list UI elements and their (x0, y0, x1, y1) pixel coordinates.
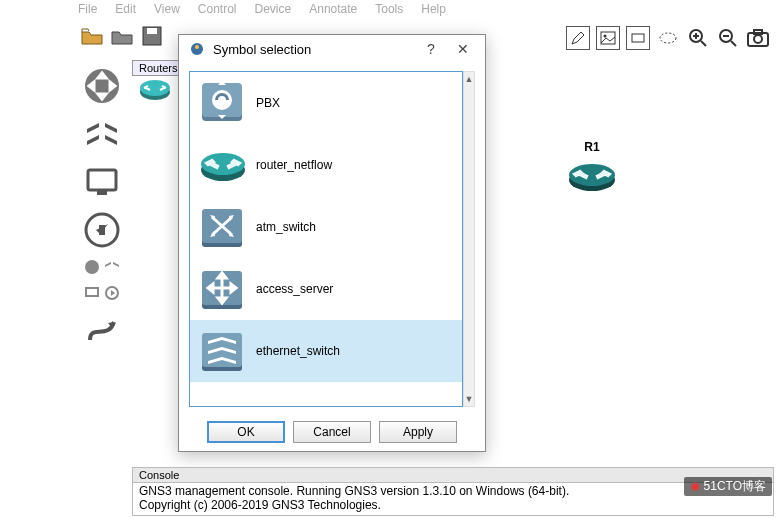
svg-rect-12 (88, 170, 116, 190)
open-folder-icon[interactable] (78, 22, 106, 50)
app-icon (189, 41, 205, 57)
menu-bar: File Edit View Control Device Annotate T… (0, 0, 778, 18)
canvas-device-r1[interactable]: R1 (566, 140, 618, 194)
link-tool-icon[interactable] (82, 310, 122, 350)
dialog-title: Symbol selection (213, 42, 411, 57)
rectangle-icon[interactable] (626, 26, 650, 50)
scroll-down-icon[interactable]: ▼ (464, 392, 474, 406)
watermark: ◉ 51CTO博客 (684, 477, 772, 496)
dock-sub-row2 (83, 284, 121, 302)
svg-rect-17 (86, 288, 98, 296)
svg-point-5 (660, 33, 676, 43)
routers-panel-tab[interactable]: Routers (132, 60, 185, 76)
symbol-item-ethernet-switch[interactable]: ethernet_switch (190, 320, 462, 382)
dialog-titlebar[interactable]: Symbol selection ? ✕ (179, 35, 485, 63)
svg-rect-15 (99, 225, 105, 235)
router-netflow-icon (198, 141, 246, 189)
apply-button[interactable]: Apply (379, 421, 457, 443)
console-line2: Copyright (c) 2006-2019 GNS3 Technologie… (139, 498, 381, 512)
symbol-selection-dialog: Symbol selection ? ✕ PBX router_netflow … (178, 34, 486, 452)
console-panel: Console GNS3 management console. Running… (132, 467, 774, 516)
host-category-icon[interactable] (82, 162, 122, 202)
sub-play-icon[interactable] (103, 284, 121, 302)
router-icon (566, 158, 618, 194)
svg-rect-13 (97, 191, 107, 195)
security-category-icon[interactable] (82, 210, 122, 250)
ok-button[interactable]: OK (207, 421, 285, 443)
svg-point-16 (85, 260, 99, 274)
folder-icon[interactable] (108, 22, 136, 50)
ethernet-switch-icon (198, 327, 246, 375)
svg-rect-2 (601, 32, 615, 44)
menu-control[interactable]: Control (198, 2, 237, 16)
menu-file[interactable]: File (78, 2, 97, 16)
scroll-up-icon[interactable]: ▲ (464, 72, 474, 86)
svg-point-9 (754, 35, 762, 43)
console-body[interactable]: GNS3 management console. Running GNS3 ve… (132, 483, 774, 516)
image-icon[interactable] (596, 26, 620, 50)
sub-host-icon[interactable] (83, 284, 101, 302)
dialog-scrollbar[interactable]: ▲ ▼ (463, 71, 475, 407)
dialog-buttons: OK Cancel Apply (179, 421, 485, 443)
right-toolbar (566, 26, 770, 50)
symbol-item-access-server[interactable]: access_server (190, 258, 462, 320)
atm-switch-icon (198, 203, 246, 251)
edit-icon[interactable] (566, 26, 590, 50)
menu-tools[interactable]: Tools (375, 2, 403, 16)
svg-point-3 (604, 35, 607, 38)
symbol-item-atm-switch[interactable]: atm_switch (190, 196, 462, 258)
left-dock (76, 60, 128, 356)
pbx-icon (198, 79, 246, 127)
svg-rect-1 (147, 28, 157, 34)
save-icon[interactable] (138, 22, 166, 50)
symbol-label: router_netflow (256, 158, 332, 172)
cancel-button[interactable]: Cancel (293, 421, 371, 443)
console-line1: GNS3 management console. Running GNS3 ve… (139, 484, 569, 498)
help-button[interactable]: ? (419, 41, 443, 57)
symbol-label: access_server (256, 282, 333, 296)
svg-rect-4 (632, 34, 644, 42)
device-label: R1 (566, 140, 618, 154)
ellipse-icon[interactable] (656, 26, 680, 50)
dock-sub-row1 (83, 258, 121, 276)
symbol-list[interactable]: PBX router_netflow atm_switch access_ser… (189, 71, 463, 407)
menu-device[interactable]: Device (255, 2, 292, 16)
menu-edit[interactable]: Edit (115, 2, 136, 16)
symbol-item-router-netflow[interactable]: router_netflow (190, 134, 462, 196)
symbol-item-pbx[interactable]: PBX (190, 72, 462, 134)
camera-icon[interactable] (746, 26, 770, 50)
switch-category-icon[interactable] (82, 114, 122, 154)
symbol-label: PBX (256, 96, 280, 110)
sub-router-icon[interactable] (83, 258, 101, 276)
symbol-label: ethernet_switch (256, 344, 340, 358)
menu-annotate[interactable]: Annotate (309, 2, 357, 16)
router-category-icon[interactable] (82, 66, 122, 106)
close-button[interactable]: ✕ (451, 41, 475, 57)
menu-view[interactable]: View (154, 2, 180, 16)
sub-switch-icon[interactable] (103, 258, 121, 276)
menu-help[interactable]: Help (421, 2, 446, 16)
access-server-icon (198, 265, 246, 313)
zoom-out-icon[interactable] (716, 26, 740, 50)
svg-point-24 (195, 45, 199, 49)
router-thumbnail[interactable] (138, 76, 172, 102)
zoom-in-icon[interactable] (686, 26, 710, 50)
symbol-label: atm_switch (256, 220, 316, 234)
console-title[interactable]: Console (132, 467, 774, 483)
